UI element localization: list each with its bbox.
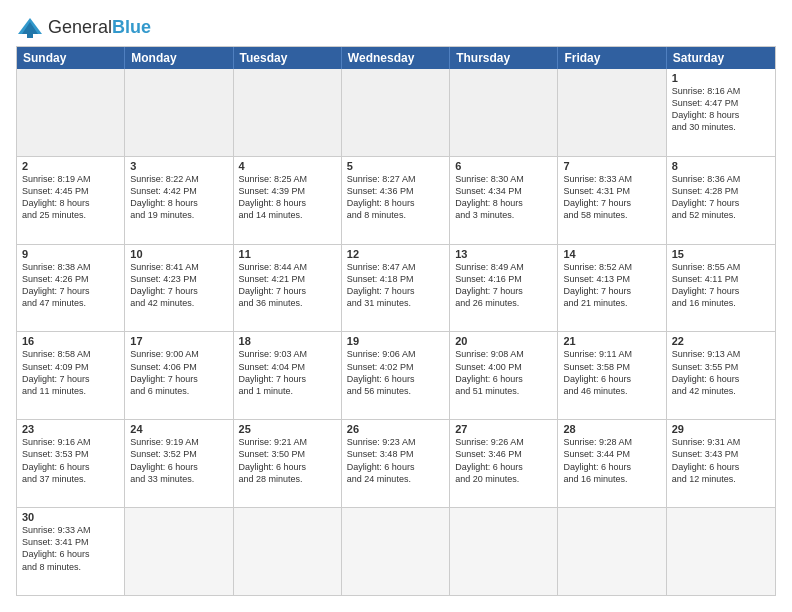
day-cell xyxy=(342,508,450,595)
day-cell: 3Sunrise: 8:22 AM Sunset: 4:42 PM Daylig… xyxy=(125,157,233,244)
day-number: 24 xyxy=(130,423,227,435)
day-info: Sunrise: 8:27 AM Sunset: 4:36 PM Dayligh… xyxy=(347,173,444,222)
day-number: 26 xyxy=(347,423,444,435)
page: GeneralBlue SundayMondayTuesdayWednesday… xyxy=(0,0,792,612)
day-header: Friday xyxy=(558,47,666,69)
calendar: SundayMondayTuesdayWednesdayThursdayFrid… xyxy=(16,46,776,596)
day-number: 8 xyxy=(672,160,770,172)
day-cell: 24Sunrise: 9:19 AM Sunset: 3:52 PM Dayli… xyxy=(125,420,233,507)
day-cell xyxy=(558,69,666,156)
day-cell xyxy=(17,69,125,156)
day-info: Sunrise: 9:19 AM Sunset: 3:52 PM Dayligh… xyxy=(130,436,227,485)
day-cell: 12Sunrise: 8:47 AM Sunset: 4:18 PM Dayli… xyxy=(342,245,450,332)
day-number: 27 xyxy=(455,423,552,435)
day-cell: 9Sunrise: 8:38 AM Sunset: 4:26 PM Daylig… xyxy=(17,245,125,332)
day-cell: 22Sunrise: 9:13 AM Sunset: 3:55 PM Dayli… xyxy=(667,332,775,419)
day-number: 21 xyxy=(563,335,660,347)
day-cell xyxy=(667,508,775,595)
day-info: Sunrise: 8:38 AM Sunset: 4:26 PM Dayligh… xyxy=(22,261,119,310)
day-info: Sunrise: 8:41 AM Sunset: 4:23 PM Dayligh… xyxy=(130,261,227,310)
day-cell xyxy=(450,508,558,595)
day-header: Tuesday xyxy=(234,47,342,69)
day-number: 12 xyxy=(347,248,444,260)
week-row: 16Sunrise: 8:58 AM Sunset: 4:09 PM Dayli… xyxy=(17,331,775,419)
day-cell: 27Sunrise: 9:26 AM Sunset: 3:46 PM Dayli… xyxy=(450,420,558,507)
day-number: 1 xyxy=(672,72,770,84)
logo-text: GeneralBlue xyxy=(48,17,151,38)
day-cell: 2Sunrise: 8:19 AM Sunset: 4:45 PM Daylig… xyxy=(17,157,125,244)
day-number: 2 xyxy=(22,160,119,172)
svg-rect-2 xyxy=(27,30,33,38)
day-number: 29 xyxy=(672,423,770,435)
day-info: Sunrise: 9:00 AM Sunset: 4:06 PM Dayligh… xyxy=(130,348,227,397)
day-info: Sunrise: 9:03 AM Sunset: 4:04 PM Dayligh… xyxy=(239,348,336,397)
day-number: 25 xyxy=(239,423,336,435)
day-header: Thursday xyxy=(450,47,558,69)
day-number: 23 xyxy=(22,423,119,435)
day-number: 18 xyxy=(239,335,336,347)
day-header: Wednesday xyxy=(342,47,450,69)
logo: GeneralBlue xyxy=(16,16,151,38)
day-info: Sunrise: 9:23 AM Sunset: 3:48 PM Dayligh… xyxy=(347,436,444,485)
week-row: 9Sunrise: 8:38 AM Sunset: 4:26 PM Daylig… xyxy=(17,244,775,332)
day-cell xyxy=(234,508,342,595)
day-cell xyxy=(125,69,233,156)
day-number: 30 xyxy=(22,511,119,523)
day-cell: 6Sunrise: 8:30 AM Sunset: 4:34 PM Daylig… xyxy=(450,157,558,244)
day-number: 6 xyxy=(455,160,552,172)
day-number: 7 xyxy=(563,160,660,172)
day-info: Sunrise: 9:11 AM Sunset: 3:58 PM Dayligh… xyxy=(563,348,660,397)
day-info: Sunrise: 8:36 AM Sunset: 4:28 PM Dayligh… xyxy=(672,173,770,222)
day-header: Saturday xyxy=(667,47,775,69)
day-number: 14 xyxy=(563,248,660,260)
day-info: Sunrise: 8:19 AM Sunset: 4:45 PM Dayligh… xyxy=(22,173,119,222)
day-info: Sunrise: 8:33 AM Sunset: 4:31 PM Dayligh… xyxy=(563,173,660,222)
day-cell: 26Sunrise: 9:23 AM Sunset: 3:48 PM Dayli… xyxy=(342,420,450,507)
day-info: Sunrise: 9:13 AM Sunset: 3:55 PM Dayligh… xyxy=(672,348,770,397)
day-cell: 19Sunrise: 9:06 AM Sunset: 4:02 PM Dayli… xyxy=(342,332,450,419)
day-number: 9 xyxy=(22,248,119,260)
day-cell xyxy=(558,508,666,595)
day-info: Sunrise: 8:47 AM Sunset: 4:18 PM Dayligh… xyxy=(347,261,444,310)
day-info: Sunrise: 8:16 AM Sunset: 4:47 PM Dayligh… xyxy=(672,85,770,134)
day-number: 11 xyxy=(239,248,336,260)
day-cell xyxy=(342,69,450,156)
day-info: Sunrise: 9:06 AM Sunset: 4:02 PM Dayligh… xyxy=(347,348,444,397)
day-cell: 7Sunrise: 8:33 AM Sunset: 4:31 PM Daylig… xyxy=(558,157,666,244)
day-cell: 16Sunrise: 8:58 AM Sunset: 4:09 PM Dayli… xyxy=(17,332,125,419)
week-row: 1Sunrise: 8:16 AM Sunset: 4:47 PM Daylig… xyxy=(17,69,775,156)
day-number: 19 xyxy=(347,335,444,347)
day-info: Sunrise: 8:52 AM Sunset: 4:13 PM Dayligh… xyxy=(563,261,660,310)
day-info: Sunrise: 9:08 AM Sunset: 4:00 PM Dayligh… xyxy=(455,348,552,397)
week-row: 30Sunrise: 9:33 AM Sunset: 3:41 PM Dayli… xyxy=(17,507,775,595)
day-cell: 8Sunrise: 8:36 AM Sunset: 4:28 PM Daylig… xyxy=(667,157,775,244)
day-info: Sunrise: 9:28 AM Sunset: 3:44 PM Dayligh… xyxy=(563,436,660,485)
logo-icon xyxy=(16,16,44,38)
weeks: 1Sunrise: 8:16 AM Sunset: 4:47 PM Daylig… xyxy=(17,69,775,595)
day-info: Sunrise: 9:21 AM Sunset: 3:50 PM Dayligh… xyxy=(239,436,336,485)
day-info: Sunrise: 8:49 AM Sunset: 4:16 PM Dayligh… xyxy=(455,261,552,310)
day-number: 3 xyxy=(130,160,227,172)
day-cell: 17Sunrise: 9:00 AM Sunset: 4:06 PM Dayli… xyxy=(125,332,233,419)
day-info: Sunrise: 8:25 AM Sunset: 4:39 PM Dayligh… xyxy=(239,173,336,222)
day-cell: 1Sunrise: 8:16 AM Sunset: 4:47 PM Daylig… xyxy=(667,69,775,156)
day-cell: 29Sunrise: 9:31 AM Sunset: 3:43 PM Dayli… xyxy=(667,420,775,507)
day-number: 5 xyxy=(347,160,444,172)
day-cell: 15Sunrise: 8:55 AM Sunset: 4:11 PM Dayli… xyxy=(667,245,775,332)
day-info: Sunrise: 8:44 AM Sunset: 4:21 PM Dayligh… xyxy=(239,261,336,310)
header: GeneralBlue xyxy=(16,16,776,38)
day-cell: 14Sunrise: 8:52 AM Sunset: 4:13 PM Dayli… xyxy=(558,245,666,332)
day-number: 4 xyxy=(239,160,336,172)
day-cell xyxy=(450,69,558,156)
day-cell: 21Sunrise: 9:11 AM Sunset: 3:58 PM Dayli… xyxy=(558,332,666,419)
day-number: 15 xyxy=(672,248,770,260)
day-cell: 10Sunrise: 8:41 AM Sunset: 4:23 PM Dayli… xyxy=(125,245,233,332)
day-cell xyxy=(234,69,342,156)
day-cell: 11Sunrise: 8:44 AM Sunset: 4:21 PM Dayli… xyxy=(234,245,342,332)
day-cell: 30Sunrise: 9:33 AM Sunset: 3:41 PM Dayli… xyxy=(17,508,125,595)
day-cell: 4Sunrise: 8:25 AM Sunset: 4:39 PM Daylig… xyxy=(234,157,342,244)
day-number: 16 xyxy=(22,335,119,347)
day-number: 10 xyxy=(130,248,227,260)
day-cell: 28Sunrise: 9:28 AM Sunset: 3:44 PM Dayli… xyxy=(558,420,666,507)
day-number: 22 xyxy=(672,335,770,347)
